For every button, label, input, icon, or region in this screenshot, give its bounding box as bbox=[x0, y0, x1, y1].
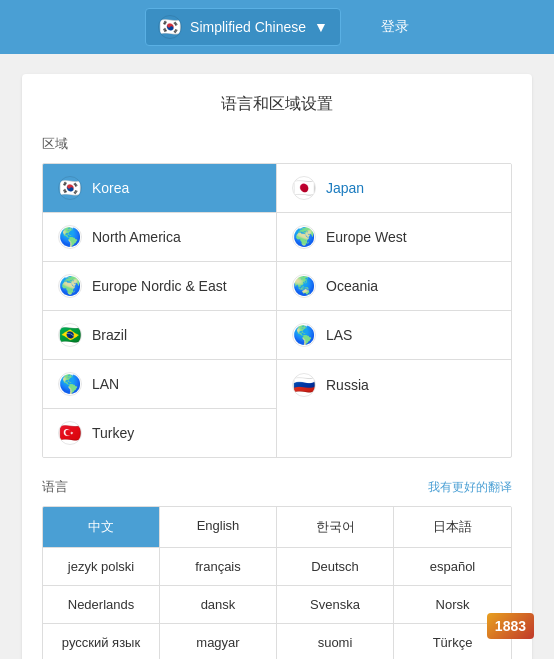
europe_west-flag-icon: 🌍 bbox=[292, 225, 316, 249]
lang-item-zh[interactable]: 中文 bbox=[43, 507, 160, 548]
lang-item-de[interactable]: Deutsch bbox=[277, 548, 394, 586]
region-item-europe_west[interactable]: 🌍Europe West bbox=[277, 213, 511, 262]
language-grid: 中文English한국어日本語jezyk polskifrançaisDeuts… bbox=[42, 506, 512, 659]
turkey-flag-icon: 🇹🇷 bbox=[58, 421, 82, 445]
region-label-russia: Russia bbox=[326, 377, 369, 393]
region-item-oceania[interactable]: 🌏Oceania bbox=[277, 262, 511, 311]
top-bar: 🇰🇷 Simplified Chinese ▼ 登录 bbox=[0, 0, 554, 54]
region-label-las: LAS bbox=[326, 327, 352, 343]
oceania-flag-icon: 🌏 bbox=[292, 274, 316, 298]
lang-item-nl[interactable]: Nederlands bbox=[43, 586, 160, 624]
brazil-flag-icon: 🇧🇷 bbox=[58, 323, 82, 347]
main-content: 语言和区域设置 区域 🇰🇷Korea🇯🇵Japan🌎North America🌍… bbox=[22, 74, 532, 659]
lang-item-fr[interactable]: français bbox=[160, 548, 277, 586]
dropdown-arrow-icon: ▼ bbox=[314, 19, 328, 35]
las-flag-icon: 🌎 bbox=[292, 323, 316, 347]
region-item-turkey[interactable]: 🇹🇷Turkey bbox=[43, 409, 277, 457]
region-label-korea: Korea bbox=[92, 180, 129, 196]
region-label-oceania: Oceania bbox=[326, 278, 378, 294]
region-item-russia[interactable]: 🇷🇺Russia bbox=[277, 360, 511, 409]
region-label-turkey: Turkey bbox=[92, 425, 134, 441]
language-section-header: 语言 我有更好的翻译 bbox=[42, 478, 512, 496]
region-section-label: 区域 bbox=[42, 135, 512, 153]
lang-item-sv[interactable]: Svenska bbox=[277, 586, 394, 624]
region-label-lan: LAN bbox=[92, 376, 119, 392]
page-title: 语言和区域设置 bbox=[42, 94, 512, 115]
better-translation-link[interactable]: 我有更好的翻译 bbox=[428, 479, 512, 496]
region-item-las[interactable]: 🌎LAS bbox=[277, 311, 511, 360]
lang-item-en[interactable]: English bbox=[160, 507, 277, 548]
region-label-north_america: North America bbox=[92, 229, 181, 245]
lang-item-pl[interactable]: jezyk polski bbox=[43, 548, 160, 586]
region-item-europe_nordic[interactable]: 🌍Europe Nordic & East bbox=[43, 262, 277, 311]
lang-item-ko[interactable]: 한국어 bbox=[277, 507, 394, 548]
region-item-north_america[interactable]: 🌎North America bbox=[43, 213, 277, 262]
lang-item-fi[interactable]: suomi bbox=[277, 624, 394, 659]
region-label-europe_nordic: Europe Nordic & East bbox=[92, 278, 227, 294]
lang-item-es[interactable]: español bbox=[394, 548, 511, 586]
lang-item-hu[interactable]: magyar bbox=[160, 624, 277, 659]
region-item-lan[interactable]: 🌎LAN bbox=[43, 360, 277, 409]
region-item-korea[interactable]: 🇰🇷Korea bbox=[43, 164, 277, 213]
watermark: 1883 bbox=[487, 613, 534, 639]
language-section-label: 语言 bbox=[42, 478, 68, 496]
lan-flag-icon: 🌎 bbox=[58, 372, 82, 396]
login-button[interactable]: 登录 bbox=[381, 18, 409, 36]
region-label-europe_west: Europe West bbox=[326, 229, 407, 245]
language-selector[interactable]: 🇰🇷 Simplified Chinese ▼ bbox=[145, 8, 341, 46]
japan-flag-icon: 🇯🇵 bbox=[292, 176, 316, 200]
lang-item-ja[interactable]: 日本語 bbox=[394, 507, 511, 548]
korea-flag-icon: 🇰🇷 bbox=[158, 15, 182, 39]
lang-selector-label: Simplified Chinese bbox=[190, 19, 306, 35]
region-item-brazil[interactable]: 🇧🇷Brazil bbox=[43, 311, 277, 360]
europe_nordic-flag-icon: 🌍 bbox=[58, 274, 82, 298]
region-item-japan[interactable]: 🇯🇵Japan bbox=[277, 164, 511, 213]
region-grid: 🇰🇷Korea🇯🇵Japan🌎North America🌍Europe West… bbox=[42, 163, 512, 458]
lang-item-da[interactable]: dansk bbox=[160, 586, 277, 624]
russia-flag-icon: 🇷🇺 bbox=[292, 373, 316, 397]
region-label-brazil: Brazil bbox=[92, 327, 127, 343]
lang-item-ru[interactable]: русский язык bbox=[43, 624, 160, 659]
korea-flag-icon: 🇰🇷 bbox=[58, 176, 82, 200]
region-label-japan: Japan bbox=[326, 180, 364, 196]
north_america-flag-icon: 🌎 bbox=[58, 225, 82, 249]
